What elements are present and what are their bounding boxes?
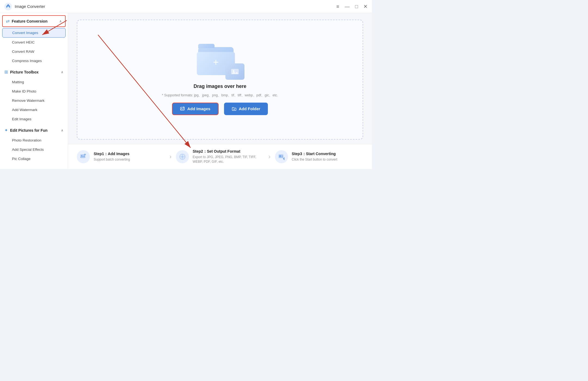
folder-plus-icon: +	[213, 57, 219, 68]
add-folder-icon	[232, 106, 237, 111]
minimize-button[interactable]: —	[345, 4, 350, 9]
add-images-label: Add Images	[187, 106, 210, 111]
steps-bar: Step1：Add Images Support batch convertin…	[68, 144, 372, 169]
add-folder-button[interactable]: Add Folder	[224, 103, 268, 115]
drop-zone[interactable]: + Drag images over here * Supported form…	[77, 20, 363, 140]
sidebar-item-convert-heic[interactable]: Convert HEIC	[2, 38, 66, 47]
sidebar-item-remove-watermark[interactable]: Remove Watermark	[2, 96, 66, 105]
step2-title: Step2：Set Output Format	[193, 149, 264, 154]
feature-conversion-label: Feature Conversion	[12, 19, 57, 23]
edit-pictures-label: Edit Pictures for Fun	[10, 128, 59, 133]
step-2: Step2：Set Output Format Export to JPG, J…	[176, 149, 264, 164]
sidebar-section-edit-pictures[interactable]: ✦ Edit Pictures for Fun ∧	[0, 124, 68, 136]
sidebar: ⇄ Feature Conversion ∧ Convert Images Co…	[0, 13, 68, 169]
step-arrow-1: ›	[165, 153, 176, 160]
maximize-button[interactable]: □	[355, 4, 358, 9]
sidebar-item-add-special-effects[interactable]: Add Special Effects	[2, 145, 66, 154]
feature-conversion-icon: ⇄	[6, 19, 10, 24]
svg-point-2	[233, 70, 234, 72]
folder-illustration: +	[195, 44, 244, 80]
feature-conversion-chevron: ∧	[59, 19, 62, 23]
sidebar-item-photo-restoration[interactable]: Photo Restoration	[2, 136, 66, 145]
folder-image-icon	[225, 63, 244, 80]
step-3: Step3：Start Converting Click the Start b…	[275, 150, 363, 163]
step1-desc: Support batch converting	[94, 157, 165, 162]
app-title: Image Converter	[15, 4, 45, 9]
picture-toolbox-chevron: ∧	[61, 70, 63, 74]
content-area: + Drag images over here * Supported form…	[68, 13, 372, 169]
svg-rect-20	[279, 155, 281, 157]
step3-title: Step3：Start Converting	[292, 152, 363, 156]
drop-zone-subtitle: * Supported formats: jpg、jpeg、png、bmp、ti…	[162, 93, 278, 98]
sidebar-item-compress-images[interactable]: Compress Images	[2, 56, 66, 65]
sidebar-section-picture-toolbox[interactable]: ⊞ Picture Toolbox ∧	[0, 66, 68, 77]
sidebar-item-pic-collage[interactable]: Pic Collage	[2, 154, 66, 163]
step1-content: Step1：Add Images Support batch convertin…	[94, 152, 165, 162]
step3-desc: Click the Start button to convert	[292, 157, 363, 162]
edit-pictures-chevron: ∧	[61, 128, 63, 132]
app-logo-icon	[4, 3, 12, 10]
sidebar-item-convert-images[interactable]: Convert Images	[2, 28, 66, 38]
window-controls: ≡ — □ ✕	[336, 4, 367, 9]
step-arrow-2: ›	[264, 153, 275, 160]
svg-point-0	[4, 3, 12, 10]
drop-buttons: Add Images Add Folder	[172, 103, 268, 115]
step2-icon	[176, 150, 189, 163]
add-folder-label: Add Folder	[239, 106, 260, 111]
close-button[interactable]: ✕	[363, 4, 367, 9]
add-images-icon	[180, 106, 185, 111]
svg-rect-21	[281, 156, 283, 156]
add-images-button[interactable]: Add Images	[172, 103, 219, 115]
menu-icon[interactable]: ≡	[336, 4, 339, 9]
picture-toolbox-label: Picture Toolbox	[10, 70, 59, 74]
step1-icon	[77, 150, 90, 163]
sidebar-item-edit-images[interactable]: Edit Images	[2, 115, 66, 124]
step1-title: Step1：Add Images	[94, 152, 165, 156]
step2-content: Step2：Set Output Format Export to JPG, J…	[193, 149, 264, 164]
sidebar-item-convert-raw[interactable]: Convert RAW	[2, 47, 66, 56]
step3-icon	[275, 150, 288, 163]
step-1: Step1：Add Images Support batch convertin…	[77, 150, 165, 163]
sidebar-item-matting[interactable]: Matting	[2, 78, 66, 87]
edit-pictures-icon: ✦	[4, 128, 8, 133]
svg-rect-22	[281, 157, 283, 157]
svg-point-14	[181, 156, 183, 158]
step2-desc: Export to JPG, JPEG, PNG, BMP, TIF, TIFF…	[193, 155, 264, 164]
picture-toolbox-icon: ⊞	[4, 69, 8, 75]
sidebar-item-add-watermark[interactable]: Add Watermark	[2, 105, 66, 114]
sidebar-section-feature-conversion[interactable]: ⇄ Feature Conversion ∧	[2, 15, 66, 27]
sidebar-item-make-id-photo[interactable]: Make ID Photo	[2, 87, 66, 96]
drop-zone-title: Drag images over here	[194, 84, 246, 89]
title-bar: Image Converter ≡ — □ ✕	[0, 0, 372, 13]
step3-content: Step3：Start Converting Click the Start b…	[292, 152, 363, 162]
